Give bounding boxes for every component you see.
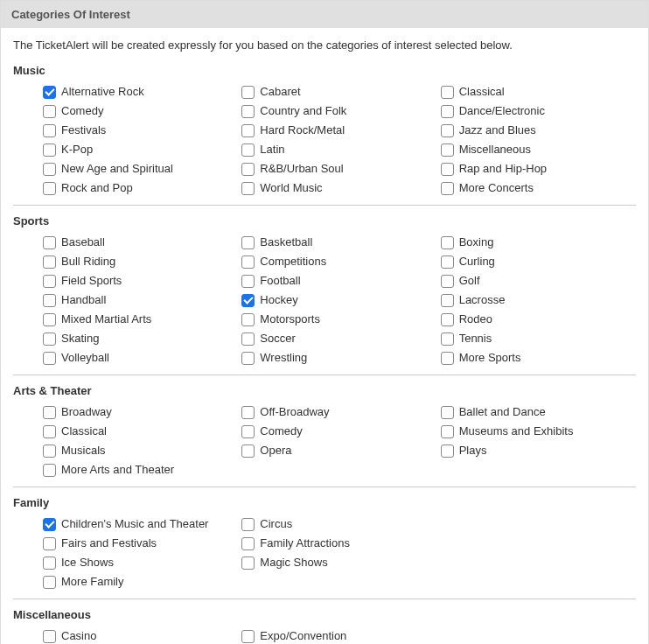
checkbox[interactable] — [241, 163, 255, 176]
checkbox-item[interactable]: Ballet and Dance — [441, 404, 636, 420]
checkbox-item[interactable]: Miscellaneous — [441, 142, 636, 158]
checkbox[interactable] — [441, 444, 454, 458]
checkbox[interactable] — [43, 313, 56, 326]
checkbox-item[interactable]: Comedy — [43, 103, 238, 119]
checkbox[interactable] — [441, 256, 454, 269]
checkbox[interactable] — [241, 556, 255, 570]
checkbox[interactable] — [241, 256, 255, 269]
checkbox-item[interactable]: Field Sports — [43, 273, 238, 289]
checkbox-item[interactable]: Golf — [441, 273, 636, 289]
checkbox[interactable] — [241, 352, 255, 365]
checkbox-item[interactable]: Festivals — [43, 122, 238, 138]
checkbox-item[interactable]: Ice Shows — [43, 555, 238, 570]
checkbox[interactable] — [241, 518, 255, 531]
checkbox-item[interactable]: Family Attractions — [241, 536, 436, 551]
checkbox-item[interactable]: Plays — [441, 443, 636, 458]
checkbox[interactable] — [43, 144, 56, 157]
checkbox-item[interactable]: Curling — [441, 254, 636, 270]
checkbox-item[interactable]: Lacrosse — [441, 292, 636, 308]
checkbox-item[interactable]: Circus — [241, 516, 436, 532]
checkbox-item[interactable]: World Music — [241, 180, 436, 196]
checkbox[interactable] — [43, 444, 56, 458]
checkbox[interactable] — [241, 275, 255, 288]
checkbox[interactable] — [241, 630, 255, 643]
checkbox[interactable] — [241, 444, 255, 458]
checkbox-item[interactable]: New Age and Spiritual — [43, 161, 238, 177]
checkbox-item[interactable]: Boxing — [441, 234, 636, 250]
checkbox[interactable] — [441, 275, 454, 288]
checkbox[interactable] — [441, 406, 454, 419]
checkbox[interactable] — [441, 236, 454, 249]
checkbox[interactable] — [43, 256, 56, 269]
checkbox[interactable] — [43, 236, 56, 249]
checkbox-item[interactable]: Fairs and Festivals — [43, 536, 238, 551]
checkbox-item[interactable]: Alternative Rock — [43, 84, 238, 100]
checkbox-item[interactable]: More Arts and Theater — [43, 462, 238, 478]
checkbox-item[interactable]: Classical — [441, 84, 636, 100]
checkbox[interactable] — [241, 313, 255, 326]
checkbox[interactable] — [441, 182, 454, 195]
checkbox-item[interactable]: Hockey — [241, 292, 436, 308]
checkbox-item[interactable]: Opera — [241, 443, 436, 458]
checkbox[interactable] — [241, 236, 255, 249]
checkbox[interactable] — [43, 163, 56, 176]
checkbox-item[interactable]: Latin — [241, 142, 436, 158]
checkbox[interactable] — [43, 352, 56, 365]
checkbox[interactable] — [241, 86, 255, 99]
checkbox-item[interactable]: Soccer — [241, 331, 436, 346]
checkbox[interactable] — [43, 105, 56, 118]
checkbox-item[interactable]: Rodeo — [441, 312, 636, 327]
checkbox-item[interactable]: Volleyball — [43, 350, 238, 366]
checkbox[interactable] — [441, 425, 454, 438]
checkbox-item[interactable]: Cabaret — [241, 84, 436, 100]
checkbox[interactable] — [43, 294, 56, 307]
checkbox-item[interactable]: Expo/Convention — [241, 628, 436, 644]
checkbox[interactable] — [43, 464, 56, 477]
checkbox[interactable] — [241, 425, 255, 438]
checkbox-item[interactable]: Country and Folk — [241, 103, 436, 119]
checkbox-item[interactable]: Off-Broadway — [241, 404, 436, 420]
checkbox-item[interactable]: Broadway — [43, 404, 238, 420]
checkbox-item[interactable]: Hard Rock/Metal — [241, 122, 436, 138]
checkbox[interactable] — [441, 124, 454, 137]
checkbox[interactable] — [241, 144, 255, 157]
checkbox[interactable] — [43, 332, 56, 346]
checkbox[interactable] — [43, 556, 56, 570]
checkbox-item[interactable]: Bull Riding — [43, 254, 238, 270]
checkbox[interactable] — [43, 630, 56, 643]
checkbox-item[interactable]: More Concerts — [441, 180, 636, 196]
checkbox-item[interactable]: Musicals — [43, 443, 238, 458]
checkbox[interactable] — [241, 182, 255, 195]
checkbox[interactable] — [43, 518, 56, 531]
checkbox-item[interactable]: More Sports — [441, 350, 636, 366]
checkbox[interactable] — [241, 294, 255, 307]
checkbox[interactable] — [441, 313, 454, 326]
checkbox[interactable] — [43, 275, 56, 288]
checkbox-item[interactable]: Jazz and Blues — [441, 122, 636, 138]
checkbox-item[interactable]: Baseball — [43, 234, 238, 250]
checkbox[interactable] — [441, 163, 454, 176]
checkbox-item[interactable]: Motorsports — [241, 312, 436, 327]
checkbox-item[interactable]: Mixed Martial Arts — [43, 312, 238, 327]
checkbox[interactable] — [441, 294, 454, 307]
checkbox-item[interactable]: Comedy — [241, 424, 436, 439]
checkbox-item[interactable]: K-Pop — [43, 142, 238, 158]
checkbox[interactable] — [43, 576, 56, 589]
checkbox[interactable] — [43, 182, 56, 195]
checkbox-item[interactable]: Classical — [43, 424, 238, 439]
checkbox[interactable] — [441, 332, 454, 346]
checkbox[interactable] — [241, 124, 255, 137]
checkbox-item[interactable]: Rap and Hip-Hop — [441, 161, 636, 177]
checkbox[interactable] — [241, 406, 255, 419]
checkbox-item[interactable]: Dance/Electronic — [441, 103, 636, 119]
checkbox[interactable] — [441, 105, 454, 118]
checkbox-item[interactable]: R&B/Urban Soul — [241, 161, 436, 177]
checkbox[interactable] — [43, 86, 56, 99]
checkbox-item[interactable]: Tennis — [441, 331, 636, 346]
checkbox-item[interactable]: Museums and Exhibits — [441, 424, 636, 439]
checkbox-item[interactable]: Wrestling — [241, 350, 436, 366]
checkbox[interactable] — [241, 105, 255, 118]
checkbox-item[interactable]: Football — [241, 273, 436, 289]
checkbox[interactable] — [241, 332, 255, 346]
checkbox-item[interactable]: Magic Shows — [241, 555, 436, 570]
